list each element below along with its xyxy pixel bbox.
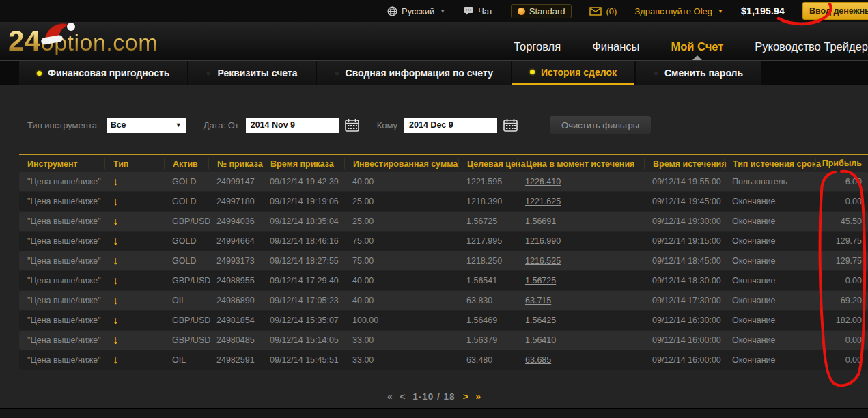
pagination-last-button[interactable]: » [476,391,481,402]
table-row[interactable]: "Цена выше/ниже"↓OIL2498259109/12/14 15:… [19,350,868,370]
column-header[interactable]: Время приказа [262,158,344,169]
globe-icon [387,6,397,16]
tab-Сводная информация по счету[interactable]: Сводная информация по счету [317,61,511,85]
language-selector[interactable]: Русский ▼ [387,6,445,16]
profit-cell: 182.00 [815,316,868,325]
expiry-price-link[interactable]: 63.715 [525,296,551,305]
order-time-cell: 09/12/14 18:27:55 [262,256,344,266]
tab-Сменить пароль[interactable]: Сменить пароль [636,61,761,85]
expiry-time-cell: 09/12/14 16:00:00 [644,355,724,365]
expiry-price-link[interactable]: 63.685 [525,355,551,365]
expiry-price-link[interactable]: 1221.625 [525,197,561,206]
pagination-range-label: 1-10 / 18 [412,391,455,402]
messages-indicator[interactable]: (0) [589,6,617,16]
table-row[interactable]: "Цена выше/ниже"↓GBP/USD2498185409/12/14… [19,311,868,330]
chevron-down-icon: ▼ [440,8,445,14]
table-row[interactable]: "Цена выше/ниже"↓GOLD2499914709/12/14 19… [19,172,868,191]
table-row[interactable]: "Цена выше/ниже"↓GBP/USD2498895509/12/14… [19,271,868,290]
expiry-price-cell: 1216.990 [517,236,644,246]
pagination-next-button[interactable]: > [463,391,468,402]
date-from-label: Дата: От [204,120,239,130]
table-row[interactable]: "Цена выше/ниже"↓GOLD2499718009/12/14 19… [19,192,868,211]
expiry-price-link[interactable]: 1216.525 [525,256,561,266]
date-to-input[interactable]: 2014 Dec 9 [404,118,497,133]
invested-amount-cell: 100.00 [344,316,458,325]
table-row[interactable]: "Цена выше/ниже"↓GBP/USD2498048509/12/14… [19,331,868,350]
column-header[interactable]: Тип [104,158,164,169]
tab-dot-icon [37,71,42,76]
instrument-type-select[interactable]: Все ▼ [107,118,186,133]
pagination-first-button[interactable]: « [387,391,393,402]
table-row[interactable]: "Цена выше/ниже"↓GOLD2499317309/12/14 18… [19,251,868,270]
expiry-type-cell: Окончание [724,276,815,285]
invested-amount-cell: 75.00 [344,256,458,266]
tab-Реквизиты счета[interactable]: Реквизиты счета [188,61,315,85]
instrument-cell: "Цена выше/ниже" [19,355,104,365]
tab-dot-icon [654,71,658,76]
greeting-label: Здравствуйте Oleg [634,6,712,16]
expiry-price-cell: 63.715 [517,296,644,305]
expiry-price-link[interactable]: 1226.410 [525,177,561,186]
profit-cell: 0.00 [815,355,868,365]
expiry-price-link[interactable]: 1216.990 [525,236,561,246]
clear-filters-button[interactable]: Очистить фильтры [549,115,652,135]
direction-cell: ↓ [104,176,164,187]
order-number-cell: 24993173 [208,256,262,266]
nav-item-Торговля[interactable]: Торговля [514,33,561,60]
order-number-cell: 24980485 [208,335,262,345]
nav-item-Руководство Трейдер[interactable]: Руководство Трейдер [755,33,868,60]
column-header[interactable]: Цена в момент истечения [517,158,644,169]
target-price-cell: 1218.250 [458,256,517,266]
user-menu[interactable]: Здравствуйте Oleg ▼ [634,6,723,16]
column-header[interactable]: Инструмент [19,159,104,169]
pagination-prev-button[interactable]: < [400,391,405,402]
column-header[interactable]: Время истечения [644,158,724,169]
instrument-cell: "Цена выше/ниже" [19,236,104,246]
invested-amount-cell: 40.00 [344,177,458,186]
asset-cell: OIL [164,296,208,305]
nav-item-Финансы[interactable]: Финансы [592,33,639,60]
profit-cell: 69.20 [815,296,868,305]
asset-cell: GBP/USD [164,276,208,285]
instrument-cell: "Цена выше/ниже" [19,217,104,226]
calendar-icon[interactable] [503,118,518,132]
nav-item-Мой Счет[interactable]: Мой Счет [671,33,723,60]
column-header[interactable]: № приказа [208,158,262,169]
down-arrow-icon: ↓ [113,235,118,247]
date-to-label: Кому [377,120,397,130]
account-type-badge[interactable]: Standard [511,4,572,18]
tab-История сделок[interactable]: История сделок [512,61,634,85]
expiry-type-cell: Окончание [724,217,815,226]
expiry-price-link[interactable]: 1.56725 [525,276,556,285]
column-header[interactable]: Актив [164,158,208,169]
calendar-icon[interactable] [345,118,359,132]
down-arrow-icon: ↓ [113,354,118,365]
deposit-button[interactable]: Ввод денежных ср [802,2,868,20]
chat-button[interactable]: Чат [463,6,493,16]
expiry-price-link[interactable]: 1.56410 [525,335,556,345]
target-price-cell: 63.830 [458,296,517,305]
asset-cell: GBP/USD [164,316,208,325]
tab-Финансовая пригодность[interactable]: Финансовая пригодность [19,61,187,85]
site-logo[interactable]: 24option.com [8,25,158,57]
expiry-price-link[interactable]: 1.56425 [525,316,556,325]
down-arrow-icon: ↓ [113,334,118,346]
date-from-input[interactable]: 2014 Nov 9 [246,118,339,133]
table-row[interactable]: "Цена выше/ниже"↓GBP/USD2499403609/12/14… [19,212,868,231]
account-tabs: Финансовая пригодностьРеквизиты счетаСво… [0,61,868,85]
order-time-cell: 09/12/14 15:35:07 [262,316,344,325]
expiry-price-cell: 1.56691 [517,217,644,226]
column-header[interactable]: Прибыль [815,158,868,169]
instrument-cell: "Цена выше/ниже" [19,316,104,325]
expiry-price-link[interactable]: 1.56691 [525,217,556,226]
column-header[interactable]: Целевая цена [458,158,517,169]
column-header[interactable]: Инвестированная сумма [344,158,458,169]
order-time-cell: 09/12/14 18:35:04 [262,217,344,226]
order-time-cell: 09/12/14 17:29:40 [262,276,344,285]
expiry-time-cell: 09/12/14 16:30:00 [644,316,724,325]
order-time-cell: 09/12/14 17:05:23 [262,296,344,305]
table-row[interactable]: "Цена выше/ниже"↓OIL2498689009/12/14 17:… [19,291,868,310]
table-row[interactable]: "Цена выше/ниже"↓GOLD2499466409/12/14 18… [19,232,868,251]
column-header[interactable]: Тип истечения срока [724,158,815,169]
tab-label: Реквизиты счета [217,68,297,79]
